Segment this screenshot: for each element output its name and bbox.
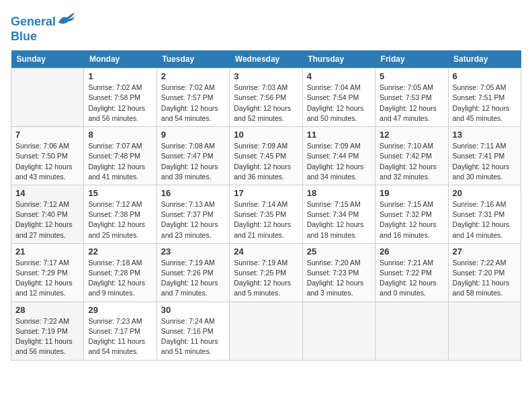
calendar-cell: 24Sunrise: 7:19 AM Sunset: 7:25 PM Dayli… xyxy=(230,243,302,302)
calendar-week-5: 28Sunrise: 7:22 AM Sunset: 7:19 PM Dayli… xyxy=(11,302,521,360)
day-number: 3 xyxy=(234,71,298,81)
calendar-cell: 25Sunrise: 7:20 AM Sunset: 7:23 PM Dayli… xyxy=(302,243,375,302)
calendar-cell: 13Sunrise: 7:11 AM Sunset: 7:41 PM Dayli… xyxy=(448,127,521,185)
calendar-cell: 27Sunrise: 7:22 AM Sunset: 7:20 PM Dayli… xyxy=(448,243,521,302)
day-info: Sunrise: 7:21 AM Sunset: 7:22 PM Dayligh… xyxy=(380,258,443,299)
day-info: Sunrise: 7:06 AM Sunset: 7:50 PM Dayligh… xyxy=(15,141,79,182)
calendar-table: SundayMondayTuesdayWednesdayThursdayFrid… xyxy=(11,50,521,360)
day-number: 6 xyxy=(453,71,517,81)
day-number: 30 xyxy=(161,305,225,315)
day-number: 16 xyxy=(161,188,225,198)
calendar-cell: 15Sunrise: 7:12 AM Sunset: 7:38 PM Dayli… xyxy=(84,185,157,243)
day-info: Sunrise: 7:12 AM Sunset: 7:38 PM Dayligh… xyxy=(88,199,152,240)
weekday-header-wednesday: Wednesday xyxy=(230,50,302,68)
day-number: 12 xyxy=(380,130,443,140)
calendar-cell: 23Sunrise: 7:19 AM Sunset: 7:26 PM Dayli… xyxy=(157,243,229,302)
calendar-cell: 16Sunrise: 7:13 AM Sunset: 7:37 PM Dayli… xyxy=(157,185,229,243)
calendar-cell: 2Sunrise: 7:02 AM Sunset: 7:57 PM Daylig… xyxy=(157,68,229,127)
day-number: 24 xyxy=(234,246,298,257)
calendar-week-3: 14Sunrise: 7:12 AM Sunset: 7:40 PM Dayli… xyxy=(11,185,521,243)
calendar-cell xyxy=(230,302,302,360)
calendar-cell: 22Sunrise: 7:18 AM Sunset: 7:28 PM Dayli… xyxy=(84,243,157,302)
day-info: Sunrise: 7:12 AM Sunset: 7:40 PM Dayligh… xyxy=(15,199,79,240)
day-number: 23 xyxy=(161,246,225,257)
weekday-header-monday: Monday xyxy=(84,50,157,68)
calendar-cell: 1Sunrise: 7:02 AM Sunset: 7:58 PM Daylig… xyxy=(84,68,157,127)
day-info: Sunrise: 7:10 AM Sunset: 7:42 PM Dayligh… xyxy=(380,141,443,182)
calendar-week-2: 7Sunrise: 7:06 AM Sunset: 7:50 PM Daylig… xyxy=(11,127,521,185)
day-info: Sunrise: 7:23 AM Sunset: 7:17 PM Dayligh… xyxy=(88,316,152,357)
day-info: Sunrise: 7:22 AM Sunset: 7:19 PM Dayligh… xyxy=(15,316,79,357)
day-info: Sunrise: 7:02 AM Sunset: 7:58 PM Dayligh… xyxy=(88,83,152,124)
day-number: 28 xyxy=(15,305,79,315)
day-number: 7 xyxy=(15,130,79,140)
day-info: Sunrise: 7:09 AM Sunset: 7:45 PM Dayligh… xyxy=(234,141,298,182)
logo-bird-icon xyxy=(57,11,76,26)
calendar-cell: 5Sunrise: 7:05 AM Sunset: 7:53 PM Daylig… xyxy=(375,68,448,127)
day-info: Sunrise: 7:20 AM Sunset: 7:23 PM Dayligh… xyxy=(307,258,371,299)
day-number: 9 xyxy=(161,130,225,140)
calendar-cell: 21Sunrise: 7:17 AM Sunset: 7:29 PM Dayli… xyxy=(11,243,84,302)
calendar-cell: 8Sunrise: 7:07 AM Sunset: 7:48 PM Daylig… xyxy=(84,127,157,185)
day-info: Sunrise: 7:13 AM Sunset: 7:37 PM Dayligh… xyxy=(161,199,225,240)
calendar-cell xyxy=(302,302,375,360)
weekday-header-row: SundayMondayTuesdayWednesdayThursdayFrid… xyxy=(11,50,521,68)
day-info: Sunrise: 7:05 AM Sunset: 7:51 PM Dayligh… xyxy=(453,83,517,124)
calendar-cell: 11Sunrise: 7:09 AM Sunset: 7:44 PM Dayli… xyxy=(302,127,375,185)
weekday-header-sunday: Sunday xyxy=(11,50,84,68)
day-info: Sunrise: 7:15 AM Sunset: 7:32 PM Dayligh… xyxy=(380,199,443,240)
day-info: Sunrise: 7:15 AM Sunset: 7:34 PM Dayligh… xyxy=(307,199,371,240)
calendar-cell: 20Sunrise: 7:16 AM Sunset: 7:31 PM Dayli… xyxy=(448,185,521,243)
weekday-header-thursday: Thursday xyxy=(302,50,375,68)
weekday-header-friday: Friday xyxy=(375,50,448,68)
day-info: Sunrise: 7:19 AM Sunset: 7:25 PM Dayligh… xyxy=(234,258,298,299)
day-info: Sunrise: 7:07 AM Sunset: 7:48 PM Dayligh… xyxy=(88,141,152,182)
day-info: Sunrise: 7:05 AM Sunset: 7:53 PM Dayligh… xyxy=(380,83,443,124)
weekday-header-saturday: Saturday xyxy=(448,50,521,68)
logo-text: GeneralBlue xyxy=(11,11,76,44)
calendar-cell: 30Sunrise: 7:24 AM Sunset: 7:16 PM Dayli… xyxy=(157,302,229,360)
calendar-cell: 14Sunrise: 7:12 AM Sunset: 7:40 PM Dayli… xyxy=(11,185,84,243)
day-number: 10 xyxy=(234,130,298,140)
day-info: Sunrise: 7:02 AM Sunset: 7:57 PM Dayligh… xyxy=(161,83,225,124)
day-info: Sunrise: 7:22 AM Sunset: 7:20 PM Dayligh… xyxy=(453,258,517,299)
day-number: 22 xyxy=(88,246,152,257)
day-info: Sunrise: 7:17 AM Sunset: 7:29 PM Dayligh… xyxy=(15,258,79,299)
calendar-cell: 10Sunrise: 7:09 AM Sunset: 7:45 PM Dayli… xyxy=(230,127,302,185)
calendar-cell xyxy=(375,302,448,360)
calendar-week-4: 21Sunrise: 7:17 AM Sunset: 7:29 PM Dayli… xyxy=(11,243,521,302)
calendar-cell: 3Sunrise: 7:03 AM Sunset: 7:56 PM Daylig… xyxy=(230,68,302,127)
day-info: Sunrise: 7:03 AM Sunset: 7:56 PM Dayligh… xyxy=(234,83,298,124)
calendar-cell: 12Sunrise: 7:10 AM Sunset: 7:42 PM Dayli… xyxy=(375,127,448,185)
calendar-cell: 29Sunrise: 7:23 AM Sunset: 7:17 PM Dayli… xyxy=(84,302,157,360)
calendar-cell: 4Sunrise: 7:04 AM Sunset: 7:54 PM Daylig… xyxy=(302,68,375,127)
day-number: 19 xyxy=(380,188,443,198)
day-number: 2 xyxy=(161,71,225,81)
day-number: 17 xyxy=(234,188,298,198)
day-number: 1 xyxy=(88,71,152,81)
weekday-header-tuesday: Tuesday xyxy=(157,50,229,68)
calendar-cell xyxy=(448,302,521,360)
day-info: Sunrise: 7:11 AM Sunset: 7:41 PM Dayligh… xyxy=(453,141,517,182)
day-number: 8 xyxy=(88,130,152,140)
calendar-cell: 19Sunrise: 7:15 AM Sunset: 7:32 PM Dayli… xyxy=(375,185,448,243)
day-number: 13 xyxy=(453,130,517,140)
calendar-body: 1Sunrise: 7:02 AM Sunset: 7:58 PM Daylig… xyxy=(11,68,521,360)
day-info: Sunrise: 7:08 AM Sunset: 7:47 PM Dayligh… xyxy=(161,141,225,182)
calendar-cell: 18Sunrise: 7:15 AM Sunset: 7:34 PM Dayli… xyxy=(302,185,375,243)
day-number: 27 xyxy=(453,246,517,257)
page-header: GeneralBlue xyxy=(11,11,521,44)
day-number: 21 xyxy=(15,246,79,257)
day-number: 20 xyxy=(453,188,517,198)
calendar-cell: 17Sunrise: 7:14 AM Sunset: 7:35 PM Dayli… xyxy=(230,185,302,243)
calendar-cell: 7Sunrise: 7:06 AM Sunset: 7:50 PM Daylig… xyxy=(11,127,84,185)
day-info: Sunrise: 7:19 AM Sunset: 7:26 PM Dayligh… xyxy=(161,258,225,299)
day-number: 25 xyxy=(307,246,371,257)
day-number: 5 xyxy=(380,71,443,81)
day-info: Sunrise: 7:04 AM Sunset: 7:54 PM Dayligh… xyxy=(307,83,371,124)
day-number: 4 xyxy=(307,71,371,81)
logo: GeneralBlue xyxy=(11,11,76,44)
day-info: Sunrise: 7:14 AM Sunset: 7:35 PM Dayligh… xyxy=(234,199,298,240)
day-info: Sunrise: 7:16 AM Sunset: 7:31 PM Dayligh… xyxy=(453,199,517,240)
day-number: 14 xyxy=(15,188,79,198)
